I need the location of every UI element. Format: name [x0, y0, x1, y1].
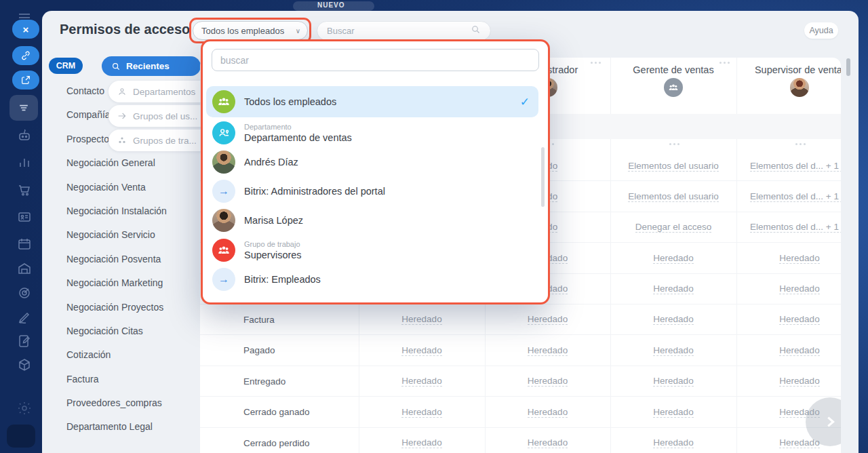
entity-list-item[interactable]: Departamento Legal	[66, 415, 195, 439]
search-input[interactable]	[327, 26, 471, 36]
ellipsis-icon[interactable]	[719, 62, 722, 64]
dropdown-item-departamento-ventas[interactable]: Departamento Departamento de ventas	[206, 117, 538, 149]
ellipsis-icon[interactable]	[669, 143, 671, 145]
backdrop-nuevo-label: NUEVO	[317, 1, 345, 9]
avatar	[212, 209, 235, 232]
permission-value[interactable]: Heredado	[401, 345, 441, 356]
ellipsis-icon[interactable]	[591, 62, 593, 64]
dropdown-item-supervisores[interactable]: Grupo de trabajo Supervisores	[206, 235, 538, 266]
permission-value[interactable]: Heredado	[779, 283, 819, 294]
permission-value[interactable]: Heredado	[401, 407, 441, 418]
permission-value[interactable]: Heredado	[528, 376, 568, 387]
context-menu-item-departamentos[interactable]: Departamentos	[108, 81, 212, 102]
table-row: Cerrado perdido Heredado Heredado Hereda…	[200, 428, 841, 453]
entity-list-item[interactable]: Negociación Venta	[66, 176, 195, 199]
dropdown-search-input[interactable]	[220, 50, 530, 71]
dropdown-item-sublabel: Grupo de trabajo	[244, 240, 302, 248]
table-row: Entregado Heredado Heredado Heredado Her…	[200, 366, 841, 397]
recents-label: Recientes	[126, 61, 170, 71]
row-label: Entregado	[243, 366, 355, 397]
dropdown-item-bitrix-empleados[interactable]: → Bitrix: Empleados	[206, 264, 538, 294]
dropdown-search-box[interactable]	[212, 49, 539, 71]
entity-list-item[interactable]: Negociación Instalación	[66, 199, 195, 223]
context-menu-item-grupos-usuario[interactable]: Grupos del us...	[108, 105, 212, 127]
close-button[interactable]: ×	[12, 20, 39, 39]
permission-value[interactable]: Heredado	[779, 345, 819, 356]
dropdown-item-label: Departamento de ventas	[244, 132, 352, 143]
contact-center-nav-item[interactable]	[16, 209, 33, 225]
department-icon	[212, 121, 235, 144]
permission-value[interactable]: Heredado	[779, 253, 819, 264]
entity-list-item[interactable]: Negociación Proyectos	[66, 296, 195, 319]
entity-list-item[interactable]: Negociación Servicio	[66, 223, 195, 247]
permission-value[interactable]: Heredado	[653, 437, 693, 448]
permission-value[interactable]: Heredado	[653, 345, 693, 356]
automation-nav-item[interactable]	[16, 357, 33, 373]
dropdown-item-andres[interactable]: Andrés Díaz	[206, 147, 538, 177]
permission-value[interactable]: Heredado	[528, 345, 568, 356]
entity-list-item[interactable]: Negociación Citas	[66, 319, 195, 343]
permission-value[interactable]: Heredado	[401, 376, 441, 387]
slider-scrollbar[interactable]	[846, 58, 850, 76]
crm-nav-item[interactable]	[16, 155, 33, 171]
check-icon: ✓	[520, 95, 530, 109]
permission-value[interactable]: Heredado	[528, 407, 568, 418]
permission-value[interactable]: Elementos del d... + 1 m	[750, 191, 841, 202]
entity-list-item[interactable]: Negociación General	[66, 151, 195, 175]
pen-icon	[16, 309, 33, 326]
permission-value[interactable]: Heredado	[653, 283, 693, 294]
permission-value[interactable]: Heredado	[528, 437, 568, 448]
permission-value[interactable]: Elementos del d... + 1 m	[750, 161, 841, 172]
dropdown-item-todos[interactable]: Todos los empleados ✓	[206, 86, 538, 117]
column-header-supervisor[interactable]: Supervisor de ventas	[736, 64, 841, 77]
dropdown-item-bitrix-admins[interactable]: → Bitrix: Administradores del portal	[206, 176, 538, 206]
search-box[interactable]	[317, 21, 491, 41]
context-menu-label: Grupos del us...	[133, 111, 197, 121]
documents-nav-item[interactable]	[16, 333, 33, 349]
ellipsis-icon[interactable]	[795, 143, 797, 145]
context-menu-item-grupos-trabajo[interactable]: Grupos de tra...	[108, 130, 212, 151]
dropdown-scrollbar[interactable]	[541, 147, 545, 207]
entity-list-item[interactable]: Negociación Posventa	[66, 248, 195, 271]
bar-chart-icon	[16, 155, 33, 171]
row-label: Factura	[243, 304, 355, 335]
copy-link-button[interactable]	[12, 46, 39, 65]
column-header-gerente[interactable]: Gerente de ventas	[610, 64, 736, 77]
calendar-nav-item[interactable]	[16, 236, 33, 252]
gear-icon	[16, 400, 33, 416]
row-label: Pagado	[243, 335, 355, 366]
entity-list-item[interactable]: Proveedores_compras	[66, 391, 195, 415]
entity-list-item[interactable]: Cotización	[66, 343, 195, 367]
permission-value[interactable]: Heredado	[779, 314, 819, 325]
copilot-nav-item[interactable]	[16, 127, 33, 144]
permission-value[interactable]: Elementos del d... + 1 m	[750, 222, 841, 233]
recents-button[interactable]: Recientes	[102, 56, 201, 76]
dropdown-item-label: Andrés Díaz	[244, 157, 298, 168]
permission-value[interactable]: Heredado	[401, 437, 441, 448]
permission-value[interactable]: Heredado	[401, 314, 441, 325]
sign-nav-item[interactable]	[16, 309, 33, 326]
dropdown-item-label: Marisa López	[244, 215, 303, 226]
permission-value[interactable]: Heredado	[779, 376, 819, 387]
settings-nav-item[interactable]	[16, 400, 33, 416]
marketing-nav-item[interactable]	[16, 285, 33, 301]
sidebar-footer-blob	[7, 425, 35, 448]
permission-value[interactable]: Heredado	[528, 314, 568, 325]
help-button[interactable]: Ayuda	[804, 22, 838, 39]
permission-value[interactable]: Denegar el acceso	[635, 222, 712, 233]
employee-dropdown: Todos los empleados ✓ Departamento Depar…	[201, 39, 550, 304]
avatar	[212, 151, 235, 174]
permission-value[interactable]: Heredado	[653, 253, 693, 264]
shop-nav-item[interactable]	[16, 182, 33, 198]
dropdown-item-marisa[interactable]: Marisa López	[206, 205, 538, 235]
permission-value[interactable]: Heredado	[653, 407, 693, 418]
entity-list-item[interactable]: Negociación Marketing	[66, 271, 195, 295]
permission-value[interactable]: Elementos del usuario	[628, 191, 719, 202]
permission-value[interactable]: Elementos del usuario	[628, 161, 719, 172]
open-new-window-button[interactable]	[12, 71, 39, 90]
storage-nav-item[interactable]	[16, 260, 33, 277]
entity-list-item[interactable]: Factura	[66, 368, 195, 391]
permission-value[interactable]: Heredado	[653, 376, 693, 387]
feed-nav-item[interactable]	[9, 95, 38, 121]
permission-value[interactable]: Heredado	[653, 314, 693, 325]
